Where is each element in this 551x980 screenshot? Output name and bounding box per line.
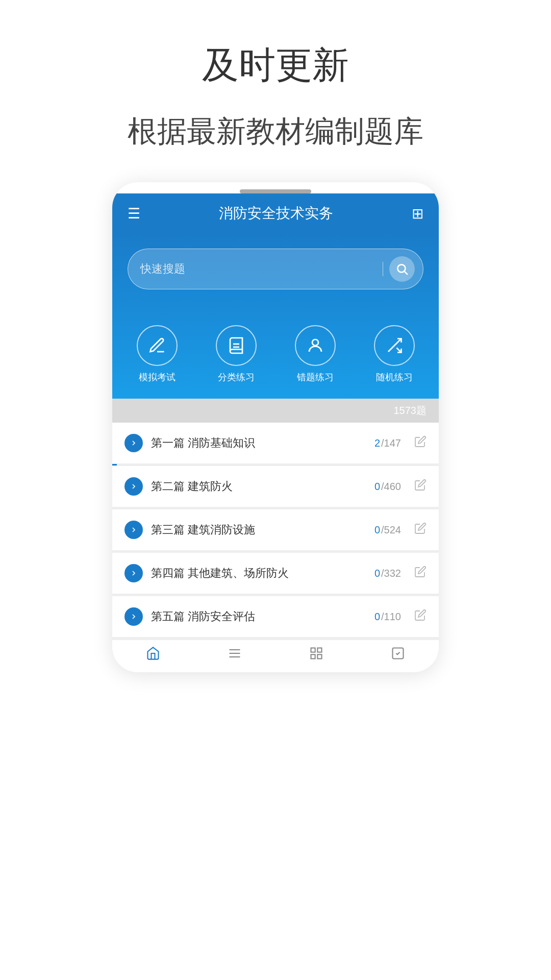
svg-rect-12 — [311, 655, 315, 659]
chapter-item-5[interactable]: 第五篇 消防安全评估 0/110 — [112, 596, 439, 640]
total-count-bar: 1573题 — [112, 399, 439, 423]
list1-icon — [228, 646, 242, 664]
chapter-arrow-2 — [124, 477, 143, 496]
chapter-name-1: 第一篇 消防基础知识 — [151, 435, 366, 451]
promo-title: 及时更新 — [31, 41, 520, 90]
svg-rect-10 — [311, 648, 315, 652]
chapter-name-5: 第五篇 消防安全评估 — [151, 609, 366, 624]
app-header-bar: ☰ 消防安全技术实务 ⊞ — [112, 193, 439, 233]
nav-list1[interactable] — [194, 646, 276, 664]
chapter-arrow-1 — [124, 434, 143, 452]
svg-rect-13 — [317, 655, 321, 659]
home-icon — [146, 646, 160, 664]
chapter-count-4: 0/332 — [374, 568, 401, 579]
phone-mockup: ☰ 消防安全技术实务 ⊞ 快速搜题 — [112, 182, 439, 672]
func-random-practice[interactable]: 随机练习 — [374, 325, 415, 383]
chapter-name-4: 第四篇 其他建筑、场所防火 — [151, 566, 366, 581]
search-button[interactable] — [389, 256, 415, 282]
svg-point-0 — [397, 265, 405, 273]
nav-list2[interactable] — [276, 646, 357, 664]
category-practice-label: 分类练习 — [218, 371, 255, 383]
total-count: 1573题 — [394, 405, 427, 416]
edit-icon-3[interactable] — [414, 522, 427, 537]
chapter-list: 第一篇 消防基础知识 2/147 — [112, 423, 439, 640]
bottom-nav — [112, 640, 439, 672]
search-divider — [383, 262, 383, 276]
edit-icon-4[interactable] — [414, 566, 427, 581]
edit-icon-1[interactable] — [414, 435, 427, 451]
wrong-practice-icon — [295, 325, 336, 366]
promo-subtitle: 根据最新教材编制题库 — [31, 110, 520, 152]
random-practice-icon — [374, 325, 415, 366]
chapter-item-2[interactable]: 第二篇 建筑防火 0/460 — [112, 466, 439, 509]
category-practice-icon — [216, 325, 257, 366]
search-bar[interactable]: 快速搜题 — [128, 249, 423, 289]
chapter-count-1: 2/147 — [374, 437, 401, 449]
nav-badge[interactable] — [357, 646, 439, 664]
search-placeholder-text: 快速搜题 — [140, 261, 377, 277]
svg-point-4 — [312, 339, 318, 346]
menu-icon[interactable]: ☰ — [128, 205, 140, 222]
chapter-count-5: 0/110 — [374, 611, 401, 623]
function-icons-row: 模拟考试 分类练习 — [112, 315, 439, 399]
chapter-count-3: 0/524 — [374, 524, 401, 536]
func-category-practice[interactable]: 分类练习 — [216, 325, 257, 383]
svg-line-1 — [405, 272, 408, 275]
chapter-item-3[interactable]: 第三篇 建筑消防设施 0/524 — [112, 509, 439, 553]
chapter-item-4[interactable]: 第四篇 其他建筑、场所防火 0/332 — [112, 553, 439, 596]
promo-section: 及时更新 根据最新教材编制题库 — [0, 0, 551, 172]
notch-bar — [240, 189, 311, 193]
chapter-item-1[interactable]: 第一篇 消防基础知识 2/147 — [112, 423, 439, 466]
chapter-name-3: 第三篇 建筑消防设施 — [151, 522, 366, 537]
chapter-arrow-4 — [124, 564, 143, 582]
mock-exam-label: 模拟考试 — [139, 371, 176, 383]
svg-rect-11 — [317, 648, 321, 652]
chapter-name-2: 第二篇 建筑防火 — [151, 479, 366, 494]
list2-icon — [309, 646, 323, 664]
nav-home[interactable] — [112, 646, 194, 664]
wrong-practice-label: 错题练习 — [297, 371, 334, 383]
badge-icon — [391, 646, 405, 664]
func-mock-exam[interactable]: 模拟考试 — [137, 325, 178, 383]
mock-exam-icon — [137, 325, 178, 366]
chapter-count-2: 0/460 — [374, 481, 401, 493]
phone-notch — [112, 182, 439, 193]
random-practice-label: 随机练习 — [376, 371, 413, 383]
search-area: 快速搜题 — [112, 233, 439, 315]
grid-icon[interactable]: ⊞ — [412, 205, 423, 222]
edit-icon-2[interactable] — [414, 479, 427, 494]
func-wrong-practice[interactable]: 错题练习 — [295, 325, 336, 383]
chapter-arrow-3 — [124, 521, 143, 539]
app-title: 消防安全技术实务 — [219, 204, 333, 223]
edit-icon-5[interactable] — [414, 609, 427, 624]
chapter-arrow-5 — [124, 607, 143, 626]
phone-mockup-wrapper: ☰ 消防安全技术实务 ⊞ 快速搜题 — [0, 172, 551, 672]
